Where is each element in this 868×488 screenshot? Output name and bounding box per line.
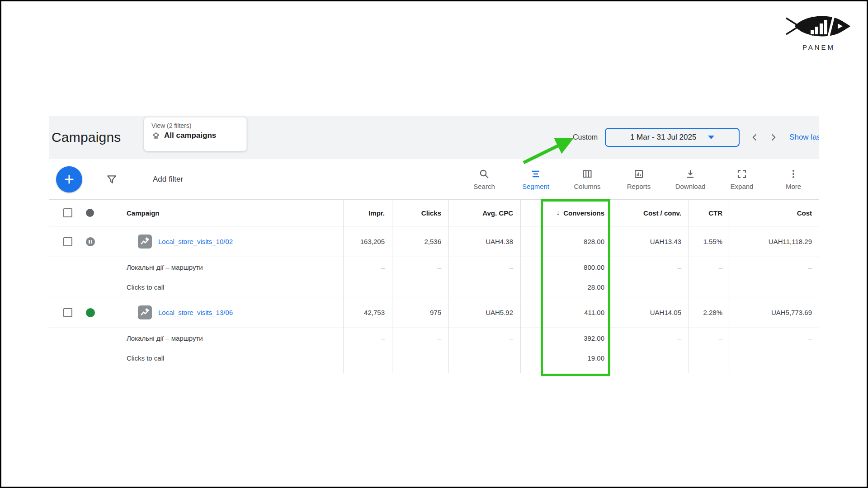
- plus-icon: [63, 173, 75, 186]
- value-cell-6: –: [730, 328, 819, 348]
- panem-logo: PANEM: [783, 12, 854, 51]
- value-cell-1: –: [392, 277, 448, 297]
- campaign-type-icon: [138, 305, 152, 319]
- conversions-column-header[interactable]: ↓ Conversions: [520, 200, 612, 226]
- value-cell-1: 975: [392, 297, 448, 328]
- next-date-range-button[interactable]: [764, 128, 782, 146]
- value-cell-1: –: [392, 328, 448, 348]
- value-cell-6: UAH5,773.69: [730, 297, 819, 328]
- page-title: Campaigns: [52, 130, 121, 145]
- add-filter-button[interactable]: Add filter: [153, 175, 183, 184]
- view-filters-label: View (2 filters): [151, 122, 239, 129]
- campaign-name-link[interactable]: Local_store_visits_13/06: [158, 309, 233, 316]
- fish-barchart-logo: [785, 12, 853, 41]
- campaign-column-header[interactable]: Campaign: [49, 200, 343, 226]
- view-filters-card[interactable]: View (2 filters) All campaigns: [144, 117, 247, 151]
- row-checkbox[interactable]: [63, 308, 72, 317]
- status-enabled-icon[interactable]: [86, 308, 95, 317]
- expand-button[interactable]: Expand: [716, 169, 768, 190]
- value-cell-2: –: [448, 348, 520, 368]
- segment-label-cell: Локальні дії – маршрути: [49, 328, 343, 348]
- columns-button[interactable]: Columns: [561, 169, 613, 190]
- value-cell-6: UAH11,118.29: [730, 226, 819, 257]
- value-cell-1: –: [392, 348, 448, 368]
- value-cell-4: UAH13.43: [612, 226, 689, 257]
- filter-icon[interactable]: [106, 174, 118, 185]
- segment-label-cell: Clicks to call: [49, 277, 343, 297]
- cost-per-conv-column-header[interactable]: Cost / conv.: [612, 200, 689, 226]
- campaign-row: Local_store_visits_10/02163,2052,536UAH4…: [49, 226, 819, 257]
- segment-icon: [530, 169, 541, 179]
- value-cell-5: –: [689, 348, 730, 368]
- segment-row: Clicks to call–––28.00–––: [49, 277, 819, 297]
- value-cell-3: 19.00: [520, 348, 612, 368]
- table-header-row: Campaign Impr. Clicks Avg. CPC ↓ Convers…: [49, 200, 819, 226]
- value-cell-4: –: [612, 328, 689, 348]
- show-last-link[interactable]: Show last 3: [789, 133, 819, 142]
- status-paused-icon[interactable]: [86, 237, 95, 246]
- new-campaign-button[interactable]: [56, 166, 82, 192]
- select-all-checkbox[interactable]: [63, 208, 72, 217]
- more-vert-icon: [788, 169, 799, 179]
- page-header: Campaigns View (2 filters) All campaigns…: [49, 116, 819, 159]
- reports-button[interactable]: Reports: [613, 169, 665, 190]
- value-cell-5: 1.55%: [689, 226, 730, 257]
- column-label: Campaign: [127, 209, 160, 217]
- sort-descending-icon: ↓: [556, 209, 560, 217]
- value-cell-3: 392.00: [520, 328, 612, 348]
- ctr-column-header[interactable]: CTR: [689, 200, 730, 226]
- campaign-row: Local_store_visits_13/0642,753975UAH5.92…: [49, 297, 819, 328]
- download-button[interactable]: Download: [665, 169, 716, 190]
- value-cell-0: 42,753: [343, 297, 392, 328]
- previous-date-range-button[interactable]: [746, 128, 764, 146]
- value-cell-4: –: [612, 348, 689, 368]
- all-campaigns-label: All campaigns: [164, 131, 216, 140]
- clicks-column-header[interactable]: Clicks: [392, 200, 448, 226]
- cost-column-header[interactable]: Cost: [730, 200, 819, 226]
- value-cell-0: –: [343, 257, 392, 277]
- action-label: Search: [473, 183, 495, 190]
- brand-name: PANEM: [783, 43, 854, 51]
- download-icon: [685, 169, 696, 179]
- date-range-value: 1 Mar - 31 Jul 2025: [630, 133, 696, 142]
- toolbar-actions: SearchSegmentColumnsReportsDownloadExpan…: [458, 169, 819, 190]
- value-cell-4: UAH14.05: [612, 297, 689, 328]
- segment-section: Локальні дії – маршрути–––392.00–––Click…: [49, 328, 819, 368]
- more-button[interactable]: More: [768, 169, 819, 190]
- value-cell-6: –: [730, 257, 819, 277]
- action-label: More: [786, 183, 801, 190]
- action-label: Expand: [731, 183, 754, 190]
- chevron-right-icon: [769, 133, 778, 142]
- action-label: Download: [675, 183, 706, 190]
- segment-label: Clicks to call: [49, 354, 164, 362]
- value-cell-1: –: [392, 257, 448, 277]
- action-label: Segment: [522, 183, 549, 190]
- google-ads-campaigns-page: Campaigns View (2 filters) All campaigns…: [49, 116, 819, 373]
- value-cell-2: UAH5.92: [448, 297, 520, 328]
- search-icon: [479, 169, 490, 179]
- search-button[interactable]: Search: [458, 169, 510, 190]
- segment-row: Локальні дії – маршрути–––800.00–––: [49, 257, 819, 277]
- segment-label: Локальні дії – маршрути: [49, 263, 203, 271]
- columns-icon: [582, 169, 593, 179]
- status-filter-icon[interactable]: [86, 209, 94, 217]
- value-cell-3: 800.00: [520, 257, 612, 277]
- value-cell-4: –: [612, 257, 689, 277]
- segment-button[interactable]: Segment: [510, 169, 561, 190]
- avg-cpc-column-header[interactable]: Avg. CPC: [448, 200, 520, 226]
- impressions-column-header[interactable]: Impr.: [343, 200, 392, 226]
- date-mode-label: Custom: [573, 133, 598, 141]
- value-cell-5: –: [689, 257, 730, 277]
- table-toolbar: Add filter SearchSegmentColumnsReportsDo…: [49, 159, 819, 199]
- campaign-cell: Local_store_visits_10/02: [49, 226, 343, 257]
- segment-label: Локальні дії – маршрути: [49, 334, 203, 342]
- value-cell-0: –: [343, 348, 392, 368]
- campaign-name-link[interactable]: Local_store_visits_10/02: [158, 238, 233, 245]
- value-cell-3: 28.00: [520, 277, 612, 297]
- date-range-picker[interactable]: 1 Mar - 31 Jul 2025: [605, 128, 740, 147]
- reports-icon: [633, 169, 644, 179]
- value-cell-4: –: [612, 277, 689, 297]
- expand-icon: [736, 169, 747, 179]
- row-checkbox[interactable]: [63, 237, 72, 246]
- chevron-left-icon: [750, 133, 760, 142]
